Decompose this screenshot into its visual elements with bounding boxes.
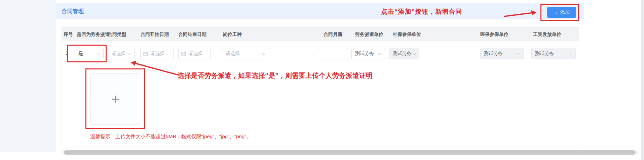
salary-pay-unit-select[interactable]: 测试劳务: [531, 48, 576, 59]
salary-pay-unit-value: 测试劳务: [535, 51, 554, 57]
start-date-input[interactable]: 请选择: [140, 48, 174, 59]
plus-icon: ＋: [554, 10, 559, 15]
col-header-dispatch-unit: 劳务派遣单位: [355, 28, 383, 41]
chevron-down-icon: [413, 52, 416, 55]
col-header-medical-unit: 医保参保单位: [480, 28, 508, 41]
labor-dispatch-value: 是: [78, 51, 83, 57]
calendar-icon: [143, 51, 148, 56]
chevron-down-icon: [262, 52, 266, 55]
monthly-salary-input[interactable]: [319, 48, 348, 59]
left-gutter: [0, 0, 56, 152]
position-placeholder: 请选择: [226, 51, 240, 57]
page-title: 合同管理: [62, 8, 84, 15]
chevron-down-icon: [128, 52, 131, 55]
end-date-placeholder: 请选择: [188, 51, 202, 57]
col-header-start-date: 合同开始日期: [141, 28, 169, 41]
chevron-down-icon: [517, 52, 521, 55]
contract-type-select[interactable]: 请选择: [108, 48, 135, 59]
chevron-down-icon: [97, 52, 100, 55]
col-header-salary-pay-unit: 工资发放单位: [533, 28, 561, 41]
dispatch-unit-select[interactable]: 测试劳务: [351, 48, 385, 59]
position-select[interactable]: 请选择: [222, 48, 269, 59]
annotation-add-note: 点击“添加”按钮，新增合同: [381, 7, 462, 16]
medical-unit-select[interactable]: 测试劳务: [480, 48, 524, 59]
col-header-contract-type: 合同类型: [108, 28, 126, 41]
social-unit-select[interactable]: 测试劳务: [389, 48, 419, 59]
chevron-down-icon: [378, 52, 382, 55]
dispatch-unit-value: 测试劳务: [355, 51, 374, 57]
labor-dispatch-select[interactable]: 是: [75, 48, 104, 59]
start-date-placeholder: 请选择: [150, 51, 164, 57]
upload-tip-text: 温馨提示：上传文件大小不能超过5MB，格式仅限“jpeg”、“jpg”、“png…: [90, 134, 251, 140]
social-unit-value: 测试劳务: [393, 51, 412, 57]
col-header-social-unit: 社保参保单位: [393, 28, 421, 41]
horizontal-scrollbar-thumb[interactable]: [64, 150, 636, 155]
calendar-icon: [181, 51, 186, 56]
medical-unit-value: 测试劳务: [484, 51, 503, 57]
col-header-end-date: 合同结束日期: [178, 28, 206, 41]
add-button[interactable]: ＋ 添加: [547, 7, 576, 18]
row-divider: [62, 65, 579, 65]
upload-dropzone[interactable]: +: [90, 73, 140, 125]
add-button-label: 添加: [560, 9, 570, 15]
contract-type-placeholder: 请选择: [111, 51, 125, 57]
col-header-monthly-salary: 合同月薪: [324, 28, 342, 41]
contract-management-page: 合同管理 点击“添加”按钮，新增合同 ＋ 添加 序号 是否为劳务派遣 合同类型 …: [0, 0, 644, 160]
col-header-labor-dispatch: 是否为劳务派遣: [77, 28, 110, 41]
annotation-dispatch-note: 选择是否劳务派遣，如果选择“是”，则需要上传个人劳务派遣证明: [178, 71, 373, 80]
col-header-index: 序号: [64, 28, 73, 41]
upload-plus-icon: +: [111, 92, 120, 106]
chevron-down-icon: [569, 52, 572, 55]
end-date-input[interactable]: 请选择: [178, 48, 211, 59]
col-header-position: 岗位工种: [223, 28, 242, 41]
panel-header: 合同管理: [56, 3, 584, 19]
vertical-scrollbar[interactable]: [641, 0, 644, 160]
